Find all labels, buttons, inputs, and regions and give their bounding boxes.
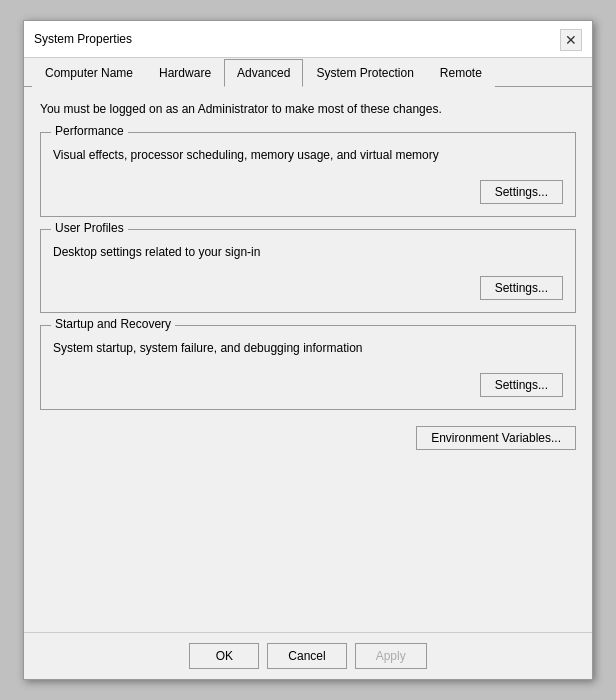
user-profiles-settings-button[interactable]: Settings...	[480, 276, 563, 300]
cancel-button[interactable]: Cancel	[267, 643, 346, 669]
system-properties-dialog: System Properties ✕ Computer Name Hardwa…	[23, 20, 593, 680]
user-profiles-group-title: User Profiles	[51, 221, 128, 235]
performance-group-title: Performance	[51, 124, 128, 138]
user-profiles-btn-row: Settings...	[53, 276, 563, 300]
performance-description: Visual effects, processor scheduling, me…	[53, 147, 563, 164]
tab-hardware[interactable]: Hardware	[146, 59, 224, 87]
dialog-footer: OK Cancel Apply	[24, 632, 592, 679]
env-variables-row: Environment Variables...	[40, 426, 576, 450]
tab-remote[interactable]: Remote	[427, 59, 495, 87]
performance-settings-button[interactable]: Settings...	[480, 180, 563, 204]
startup-recovery-group: Startup and Recovery System startup, sys…	[40, 325, 576, 410]
close-button[interactable]: ✕	[560, 29, 582, 51]
user-profiles-group: User Profiles Desktop settings related t…	[40, 229, 576, 314]
startup-recovery-btn-row: Settings...	[53, 373, 563, 397]
startup-recovery-settings-button[interactable]: Settings...	[480, 373, 563, 397]
performance-group: Performance Visual effects, processor sc…	[40, 132, 576, 217]
startup-recovery-description: System startup, system failure, and debu…	[53, 340, 563, 357]
tab-computer-name[interactable]: Computer Name	[32, 59, 146, 87]
performance-btn-row: Settings...	[53, 180, 563, 204]
dialog-title: System Properties	[34, 32, 132, 54]
title-bar: System Properties ✕	[24, 21, 592, 58]
admin-notice: You must be logged on as an Administrato…	[40, 101, 576, 118]
tabs-container: Computer Name Hardware Advanced System P…	[24, 58, 592, 87]
ok-button[interactable]: OK	[189, 643, 259, 669]
tab-content: You must be logged on as an Administrato…	[24, 87, 592, 632]
startup-recovery-group-title: Startup and Recovery	[51, 317, 175, 331]
apply-button[interactable]: Apply	[355, 643, 427, 669]
user-profiles-description: Desktop settings related to your sign-in	[53, 244, 563, 261]
tab-system-protection[interactable]: System Protection	[303, 59, 426, 87]
tab-advanced[interactable]: Advanced	[224, 59, 303, 87]
environment-variables-button[interactable]: Environment Variables...	[416, 426, 576, 450]
